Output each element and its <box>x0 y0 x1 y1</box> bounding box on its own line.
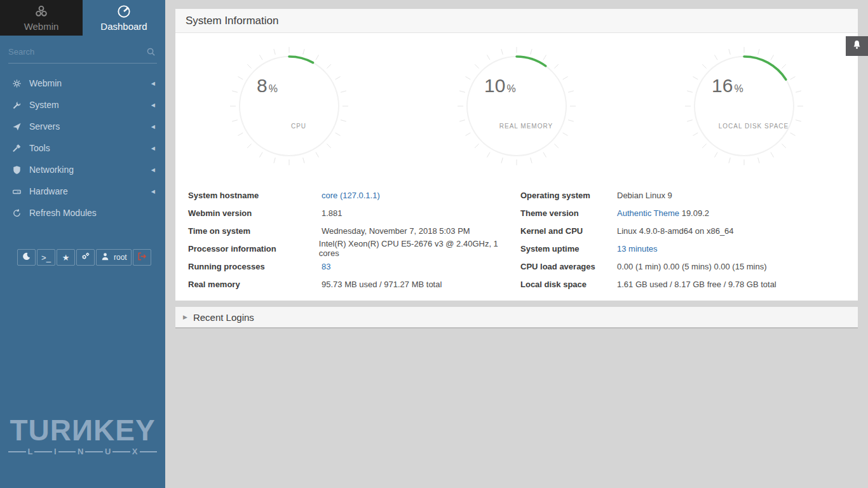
search-icon <box>146 47 156 59</box>
info-label: Processor information <box>188 244 319 254</box>
sidebar-item-label: Servers <box>29 121 151 132</box>
gauge-local-disk-space: 16%LOCAL DISK SPACE <box>684 46 804 166</box>
gauge-real-memory: 10%REAL MEMORY <box>456 46 577 166</box>
night-mode-button[interactable] <box>17 249 36 266</box>
info-link[interactable]: core (127.0.1.1) <box>322 191 380 200</box>
gears-icon <box>81 252 90 263</box>
info-value: Authentic Theme 19.09.2 <box>617 208 709 218</box>
info-value: 95.73 MB used / 971.27 MB total <box>322 280 442 289</box>
info-label: System uptime <box>520 244 617 254</box>
info-value: Intel(R) Xeon(R) CPU E5-2676 v3 @ 2.40GH… <box>319 239 517 258</box>
terminal-icon: >_ <box>41 254 51 262</box>
info-row-operating-system: Operating systemDebian Linux 9 <box>520 186 858 204</box>
info-value: 1.61 GB used / 8.17 GB free / 9.78 GB to… <box>617 280 776 289</box>
info-label: Operating system <box>520 191 617 200</box>
info-value: Debian Linux 9 <box>617 191 672 200</box>
info-value: 0.00 (1 min) 0.00 (5 mins) 0.00 (15 mins… <box>617 262 767 271</box>
info-row-time-on-system: Time on systemWednesday, November 7, 201… <box>188 222 517 240</box>
system-info-table: System hostnamecore (127.0.1.1)Webmin ve… <box>175 184 858 293</box>
star-icon: ★ <box>62 254 70 262</box>
tab-dashboard-label: Dashboard <box>100 21 147 32</box>
sidebar-item-hardware[interactable]: Hardware◀ <box>0 180 165 202</box>
info-column-left: System hostnamecore (127.0.1.1)Webmin ve… <box>175 186 517 293</box>
tab-webmin[interactable]: Webmin <box>0 0 83 36</box>
gauge-value: 8% <box>257 75 278 97</box>
user-button[interactable]: root <box>96 249 132 266</box>
gear-icon <box>10 79 23 88</box>
favorites-button[interactable]: ★ <box>57 249 75 266</box>
gauge-label: LOCAL DISK SPACE <box>703 123 804 130</box>
chevron-left-icon: ◀ <box>151 124 155 130</box>
info-row-kernel-and-cpu: Kernel and CPULinux 4.9.0-8-amd64 on x86… <box>520 222 858 240</box>
sidebar-item-label: Tools <box>29 143 151 153</box>
info-row-local-disk-space: Local disk space1.61 GB used / 8.17 GB f… <box>520 275 858 293</box>
refresh-icon <box>10 208 23 218</box>
wrench-icon <box>10 100 23 110</box>
sidebar-tabs: Webmin Dashboard <box>0 0 165 36</box>
info-label: Webmin version <box>188 208 322 218</box>
gauge-value: 16% <box>712 75 743 97</box>
system-information-panel: System Information 8%CPU10%REAL MEMORY16… <box>175 9 858 301</box>
info-value: 13 minutes <box>617 244 658 254</box>
terminal-button[interactable]: >_ <box>37 249 55 266</box>
sidebar-item-label: Refresh Modules <box>29 208 155 218</box>
info-value: 83 <box>322 262 330 271</box>
gauge-value: 10% <box>484 75 516 97</box>
tab-dashboard[interactable]: Dashboard <box>83 0 165 36</box>
sidebar-item-refresh-modules[interactable]: Refresh Modules <box>0 202 165 224</box>
info-row-theme-version: Theme versionAuthentic Theme 19.09.2 <box>520 204 858 222</box>
info-label: Running processes <box>188 262 322 271</box>
info-label: Real memory <box>188 280 322 289</box>
chevron-left-icon: ◀ <box>151 81 155 86</box>
dashboard-icon <box>117 4 131 18</box>
search-input[interactable] <box>8 44 157 59</box>
sidebar-item-servers[interactable]: Servers◀ <box>0 116 165 137</box>
gauge-label: CPU <box>248 123 349 130</box>
gavel-icon <box>10 144 23 153</box>
info-row-webmin-version: Webmin version1.881 <box>188 204 517 222</box>
chevron-left-icon: ◀ <box>151 146 155 151</box>
sidebar: Webmin Dashboard Webmin◀System◀Servers◀T… <box>0 0 165 488</box>
info-column-right: Operating systemDebian Linux 9Theme vers… <box>517 186 858 293</box>
sidebar-item-system[interactable]: System◀ <box>0 94 165 116</box>
info-link[interactable]: Authentic Theme <box>617 208 679 218</box>
notifications-button[interactable] <box>846 36 868 56</box>
info-row-real-memory: Real memory95.73 MB used / 971.27 MB tot… <box>188 275 517 293</box>
sidebar-footer-buttons: >_★root <box>17 249 151 266</box>
webmin-dashboard: Webmin Dashboard Webmin◀System◀Servers◀T… <box>0 0 868 488</box>
logout-button[interactable] <box>133 249 151 266</box>
turnkey-logo-text: TURИKEY <box>6 416 159 445</box>
gauge-cell-real-memory: 10%REAL MEMORY <box>403 33 630 184</box>
info-value: Linux 4.9.0-8-amd64 on x86_64 <box>617 226 734 236</box>
info-label: System hostname <box>188 191 322 200</box>
paper-plane-icon <box>10 122 23 132</box>
linux-logo-text: LINUX <box>6 447 159 456</box>
chevron-left-icon: ◀ <box>151 189 155 194</box>
info-link[interactable]: 13 minutes <box>617 244 658 254</box>
system-information-title: System Information <box>175 9 858 33</box>
info-label: CPU load averages <box>520 262 617 271</box>
info-row-processor-information: Processor informationIntel(R) Xeon(R) CP… <box>188 240 517 257</box>
sidebar-item-label: System <box>29 100 151 110</box>
chevron-right-icon: ▶ <box>183 314 187 320</box>
sidebar-item-label: Networking <box>29 165 151 175</box>
sidebar-item-tools[interactable]: Tools◀ <box>0 137 165 159</box>
info-row-running-processes: Running processes83 <box>188 257 517 275</box>
sidebar-item-webmin[interactable]: Webmin◀ <box>0 72 165 94</box>
options-button[interactable] <box>76 249 95 266</box>
sidebar-item-label: Webmin <box>29 78 151 88</box>
gauge-cpu: 8%CPU <box>229 46 349 166</box>
sidebar-item-networking[interactable]: Networking◀ <box>0 159 165 180</box>
user-icon <box>100 252 110 263</box>
recent-logins-panel[interactable]: ▶ Recent Logins <box>175 307 858 329</box>
info-link[interactable]: 83 <box>322 262 330 271</box>
recent-logins-title: Recent Logins <box>193 312 254 323</box>
turnkey-linux-logo: TURИKEY LINUX <box>6 416 159 456</box>
gauges-row: 8%CPU10%REAL MEMORY16%LOCAL DISK SPACE <box>175 33 858 184</box>
info-label: Local disk space <box>520 280 617 289</box>
bell-icon <box>851 39 862 53</box>
gauge-label: REAL MEMORY <box>475 123 577 130</box>
info-label: Theme version <box>520 208 617 218</box>
info-value: Wednesday, November 7, 2018 5:03 PM <box>322 226 470 236</box>
gauge-cell-local-disk-space: 16%LOCAL DISK SPACE <box>630 33 858 184</box>
